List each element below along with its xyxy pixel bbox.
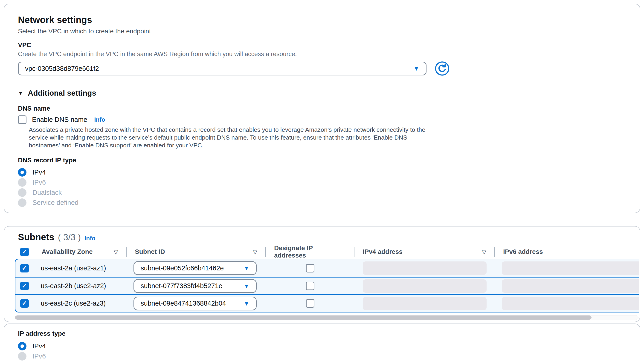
column-label: IPv4 address	[363, 248, 402, 256]
caret-down-icon: ▼	[244, 265, 250, 271]
designate-ip-cell	[266, 295, 354, 312]
availability-zone-cell: us-east-2b (use2-az2)	[33, 278, 126, 294]
designate-ip-checkbox[interactable]	[306, 282, 314, 290]
header-cell-subnet-id[interactable]: Subnet ID ▽	[126, 247, 265, 257]
column-label: Designate IP addresses	[274, 244, 346, 259]
dns-record-ipv4-radio[interactable]	[18, 168, 26, 177]
page-subtitle: Select the VPC in which to create the en…	[18, 27, 630, 35]
ipv4-address-input	[363, 261, 486, 275]
header-cell-designate-ip: Designate IP addresses	[265, 247, 354, 257]
page: Network settings Select the VPC in which…	[0, 4, 644, 361]
table-row: ✓ us-east-2a (use2-az1) subnet-09e052fc6…	[16, 259, 639, 277]
check-icon: ✓	[22, 249, 27, 255]
caret-down-icon: ▼	[244, 283, 250, 289]
dns-record-service-defined-radio	[18, 198, 26, 207]
radio-row-ipv6: IPv6	[18, 351, 630, 361]
ip-address-type-card: IP address type IPv4 IPv6 Dualstack	[4, 324, 640, 361]
designate-ip-cell	[266, 259, 354, 277]
radio-label: IPv6	[32, 179, 46, 186]
table-row: ✓ us-east-2c (use2-az3) subnet-09e847413…	[16, 294, 639, 312]
radio-row-ipv4: IPv4	[18, 167, 630, 177]
subnet-id-cell: subnet-09e052fc66b41462e ▼	[126, 259, 266, 277]
additional-settings-expander[interactable]: ▼ Additional settings	[18, 88, 630, 98]
caret-down-icon: ▼	[414, 65, 419, 71]
vpc-select[interactable]: vpc-0305d38d879e661f2 ▼	[18, 62, 426, 75]
column-label: IPv6 address	[503, 248, 543, 256]
row-select-cell: ✓	[16, 278, 33, 294]
header-cell-select-all: ✓	[15, 247, 33, 257]
radio-row-ipv6: IPv6	[18, 177, 630, 187]
enable-dns-name-checkbox-label: Enable DNS name	[32, 116, 87, 123]
designate-ip-checkbox[interactable]	[306, 264, 314, 273]
radio-row-ipv4: IPv4	[18, 341, 630, 351]
subnet-id-value: subnet-09e052fc66b41462e	[141, 264, 224, 272]
horizontal-scrollbar[interactable]	[15, 315, 638, 320]
designate-ip-checkbox[interactable]	[306, 299, 314, 308]
ipv6-address-input	[502, 279, 639, 293]
row-select-cell: ✓	[16, 295, 33, 312]
dns-record-ip-type-label: DNS record IP type	[18, 156, 630, 164]
row-checkbox[interactable]: ✓	[20, 282, 29, 290]
subnets-table-body: ✓ us-east-2a (use2-az1) subnet-09e052fc6…	[15, 259, 639, 313]
column-label: Subnet ID	[135, 248, 165, 256]
radio-label: IPv4	[32, 342, 46, 350]
dns-record-dualstack-radio	[18, 188, 26, 197]
row-select-cell: ✓	[16, 259, 33, 277]
subnet-id-value: subnet-09e84741368842b04	[141, 300, 226, 307]
header-cell-availability-zone[interactable]: Availability Zone ▽	[33, 247, 126, 257]
sort-icon[interactable]: ▽	[114, 249, 118, 255]
vpc-select-row: vpc-0305d38d879e661f2 ▼	[18, 61, 630, 76]
enable-dns-name-checkbox[interactable]	[18, 115, 26, 124]
refresh-icon	[435, 61, 450, 76]
row-checkbox[interactable]: ✓	[20, 264, 29, 273]
dns-name-info-link[interactable]: Info	[94, 116, 105, 123]
ipv4-address-cell	[354, 259, 495, 277]
subnet-id-value: subnet-077f7383fd4b5271e	[141, 282, 222, 290]
radio-label: Dualstack	[32, 189, 62, 196]
subnets-card: Subnets ( 3/3 ) Info ✓ Availability Zone…	[4, 226, 640, 322]
scrollbar-thumb[interactable]	[15, 316, 592, 320]
ip-address-type-group: IPv4 IPv6 Dualstack	[18, 341, 630, 361]
select-all-checkbox[interactable]: ✓	[20, 248, 29, 256]
header-cell-ipv6-address: IPv6 address	[494, 247, 639, 257]
check-icon: ✓	[22, 283, 27, 289]
column-label: Availability Zone	[42, 248, 92, 256]
radio-row-service-defined: Service defined	[18, 198, 630, 208]
sort-icon[interactable]: ▽	[482, 249, 486, 255]
sort-icon[interactable]: ▽	[253, 249, 257, 255]
ip-address-type-label: IP address type	[18, 330, 630, 338]
availability-zone-cell: us-east-2c (use2-az3)	[33, 295, 126, 312]
subnet-id-select[interactable]: subnet-09e052fc66b41462e ▼	[134, 261, 257, 275]
ipv4-address-input	[363, 279, 486, 293]
row-checkbox[interactable]: ✓	[20, 299, 29, 308]
subnet-id-select[interactable]: subnet-09e84741368842b04 ▼	[134, 297, 257, 311]
subnets-title: Subnets	[18, 232, 54, 243]
ip-type-ipv6-radio	[18, 352, 26, 361]
ipv6-address-cell	[495, 278, 639, 294]
ipv6-address-cell	[495, 259, 639, 277]
ipv4-address-cell	[354, 278, 495, 294]
expand-caret-icon: ▼	[18, 90, 23, 96]
header-cell-ipv4-address[interactable]: IPv4 address ▽	[354, 247, 494, 257]
vpc-label: VPC	[18, 41, 630, 49]
subnets-counter: ( 3/3 )	[58, 233, 81, 242]
ipv4-address-cell	[354, 295, 495, 312]
refresh-button[interactable]	[435, 61, 450, 76]
subnets-info-link[interactable]: Info	[84, 235, 96, 242]
subnet-id-cell: subnet-09e84741368842b04 ▼	[126, 295, 266, 312]
vpc-description: Create the VPC endpoint in the VPC in th…	[18, 50, 630, 58]
subnet-id-select[interactable]: subnet-077f7383fd4b5271e ▼	[134, 279, 257, 293]
page-title: Network settings	[18, 14, 630, 25]
radio-label: IPv6	[32, 353, 46, 360]
radio-label: IPv4	[32, 169, 46, 176]
ipv6-address-input	[502, 261, 639, 275]
dns-name-label: DNS name	[18, 104, 630, 113]
table-row: ✓ us-east-2b (use2-az2) subnet-077f7383f…	[16, 277, 639, 294]
subnet-id-cell: subnet-077f7383fd4b5271e ▼	[126, 278, 266, 294]
ip-type-ipv4-radio[interactable]	[18, 342, 26, 351]
radio-label: Service defined	[32, 199, 78, 207]
ipv6-address-cell	[495, 295, 639, 312]
subnets-table-header: ✓ Availability Zone ▽ Subnet ID ▽ Design…	[15, 247, 639, 257]
subnets-header: Subnets ( 3/3 ) Info	[18, 232, 639, 243]
vpc-select-value: vpc-0305d38d879e661f2	[25, 65, 99, 72]
